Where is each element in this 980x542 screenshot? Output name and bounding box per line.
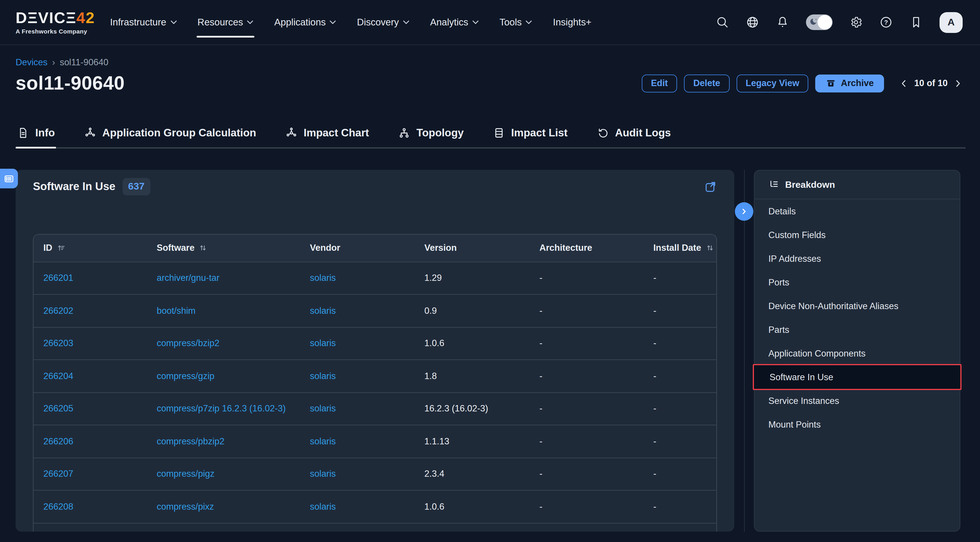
search-icon[interactable]: [716, 16, 729, 29]
table-header-row: ID Software Vendor Version Architecture …: [33, 235, 717, 262]
logo-tagline: A Freshworks Company: [16, 27, 95, 34]
sidebar-item[interactable]: Details: [754, 199, 960, 223]
tab-application-group-calculation[interactable]: Application Group Calculation: [83, 117, 257, 147]
sidebar-item[interactable]: Device Non-Authoritative Aliases: [754, 294, 960, 318]
tab-audit-logs[interactable]: Audit Logs: [595, 117, 672, 147]
software-name-link[interactable]: compress/pigz: [157, 469, 215, 479]
nav-item-tools[interactable]: Tools: [500, 11, 532, 33]
edit-button[interactable]: Edit: [642, 74, 677, 92]
list-icon: [3, 173, 14, 184]
bell-icon[interactable]: [776, 16, 789, 29]
vendor-link[interactable]: solaris: [310, 338, 336, 348]
nav-item-resources[interactable]: Resources: [197, 11, 253, 33]
table-row: 266207 compress/pigz solaris 2.3.4 - -: [33, 458, 717, 490]
next-record-icon[interactable]: [953, 78, 963, 88]
record-pager: 10 of 10: [899, 78, 963, 89]
previous-record-icon[interactable]: [899, 78, 909, 88]
sort-ascending-icon: [56, 244, 65, 253]
software-id-link[interactable]: 266207: [43, 469, 73, 479]
vendor-link[interactable]: solaris: [310, 273, 336, 283]
breadcrumb-current: sol11-90640: [60, 57, 108, 68]
vendor-link[interactable]: solaris: [310, 469, 336, 479]
sidebar-item[interactable]: Application Components: [754, 341, 960, 365]
nav-item-discovery[interactable]: Discovery: [357, 11, 409, 33]
software-id-link[interactable]: 266204: [43, 371, 73, 381]
gear-icon[interactable]: [850, 16, 862, 29]
software-name-link[interactable]: compress/gzip: [157, 371, 215, 381]
version-cell: 1.8: [415, 360, 530, 392]
column-header-id[interactable]: ID: [33, 235, 147, 262]
chevron-down-icon: [403, 20, 409, 24]
help-icon[interactable]: ?: [880, 16, 893, 29]
software-id-link[interactable]: 266205: [43, 404, 73, 414]
install-date-cell: -: [643, 295, 717, 327]
partial-table-row: [33, 523, 717, 532]
bookmark-icon[interactable]: [910, 16, 923, 29]
chevron-right-icon: [739, 206, 749, 217]
software-name-link[interactable]: compress/p7zip 16.2.3 (16.02-3): [157, 404, 286, 414]
legacy-view-button[interactable]: Legacy View: [736, 74, 808, 92]
column-header-vendor[interactable]: Vendor: [300, 235, 415, 262]
sort-updown-icon: [199, 244, 208, 253]
column-header-software[interactable]: Software: [147, 235, 300, 262]
side-panel-flag[interactable]: [0, 169, 18, 189]
software-name-link[interactable]: archiver/gnu-tar: [157, 273, 220, 283]
nav-item-insights[interactable]: Insights+: [553, 11, 592, 33]
column-header-architecture[interactable]: Architecture: [530, 235, 643, 262]
collapse-sidebar-button[interactable]: [735, 202, 753, 221]
delete-button[interactable]: Delete: [684, 74, 729, 92]
install-date-cell: -: [643, 458, 717, 490]
column-header-version[interactable]: Version: [415, 235, 530, 262]
tab-impact-list[interactable]: Impact List: [492, 117, 569, 147]
software-name-link[interactable]: boot/shim: [157, 306, 196, 315]
software-count-badge: 637: [122, 178, 150, 195]
tab-info[interactable]: Info: [16, 117, 56, 147]
vendor-link[interactable]: solaris: [310, 306, 336, 315]
nav-item-infrastructure[interactable]: Infrastructure: [110, 11, 177, 33]
tab-impact-chart[interactable]: Impact Chart: [284, 117, 370, 147]
software-id-link[interactable]: 266201: [43, 273, 73, 283]
dark-mode-toggle[interactable]: [806, 14, 832, 30]
sidebar-item[interactable]: IP Addresses: [754, 247, 960, 270]
software-name-link[interactable]: compress/pbzip2: [157, 436, 224, 446]
breadcrumb-separator: ›: [52, 57, 55, 68]
tab-topology[interactable]: Topology: [397, 117, 465, 147]
nav-item-analytics[interactable]: Analytics: [430, 11, 479, 33]
globe-icon[interactable]: [746, 16, 759, 29]
panel-title: Software In Use: [33, 180, 115, 193]
hub-icon: [84, 127, 97, 139]
device-actions: Edit Delete Legacy View Archive 10 of 10: [642, 74, 963, 92]
top-navigation-bar: DΞVICΞ42 A Freshworks Company Infrastruc…: [0, 0, 980, 45]
sidebar-item[interactable]: Software In Use: [753, 364, 961, 390]
sidebar-item[interactable]: Parts: [754, 318, 960, 341]
device42-logo[interactable]: DΞVICΞ42 A Freshworks Company: [16, 10, 95, 34]
software-name-link[interactable]: compress/pixz: [157, 502, 214, 511]
software-id-link[interactable]: 266208: [43, 502, 73, 511]
software-id-link[interactable]: 266206: [43, 436, 73, 446]
vendor-link[interactable]: solaris: [310, 371, 336, 381]
architecture-cell: -: [530, 360, 643, 392]
software-name-link[interactable]: compress/bzip2: [157, 338, 220, 348]
table-body: 266201 archiver/gnu-tar solaris 1.29 - -…: [33, 262, 717, 532]
panel-divider: [744, 170, 745, 532]
software-id-link[interactable]: 266202: [43, 306, 73, 315]
software-in-use-panel: Software In Use 637 ID Software Vendor V…: [16, 170, 734, 532]
sidebar-item[interactable]: Mount Points: [754, 412, 960, 436]
device-tabs: Info Application Group Calculation Impac…: [16, 117, 966, 149]
external-link-icon[interactable]: [704, 180, 717, 193]
breadcrumb-devices-link[interactable]: Devices: [16, 57, 48, 68]
chevron-down-icon: [330, 20, 336, 24]
sidebar-item[interactable]: Service Instances: [754, 389, 960, 412]
sidebar-item[interactable]: Custom Fields: [754, 223, 960, 247]
vendor-link[interactable]: solaris: [310, 502, 336, 511]
software-id-link[interactable]: 266203: [43, 338, 73, 348]
version-cell: 16.2.3 (16.02-3): [415, 392, 530, 425]
main-nav: Infrastructure Resources Applications Di…: [110, 11, 592, 33]
user-avatar[interactable]: A: [940, 12, 963, 33]
vendor-link[interactable]: solaris: [310, 404, 336, 414]
nav-item-applications[interactable]: Applications: [274, 11, 336, 33]
column-header-install-date[interactable]: Install Date: [643, 235, 717, 262]
sidebar-item[interactable]: Ports: [754, 270, 960, 294]
vendor-link[interactable]: solaris: [310, 436, 336, 446]
archive-button[interactable]: Archive: [816, 74, 884, 92]
